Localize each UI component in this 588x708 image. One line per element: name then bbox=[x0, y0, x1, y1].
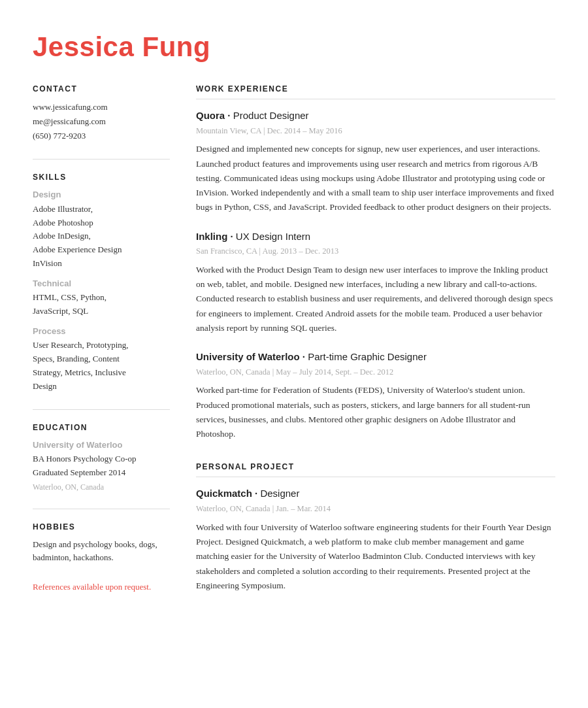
job-uw: University of Waterloo · Part-time Graph… bbox=[196, 350, 555, 441]
skills-section: SKILLS Design Adobe Illustrator,Adobe Ph… bbox=[33, 171, 170, 393]
hobbies-section: HOBBIES Design and psychology books, dog… bbox=[33, 521, 170, 565]
resume-page: Jessica Fung CONTACT www.jessicafung.com… bbox=[0, 0, 588, 708]
personal-project-title: PERSONAL PROJECT bbox=[196, 461, 555, 477]
project-quickmatch-location: Waterloo, ON, Canada bbox=[196, 504, 270, 513]
skills-title: SKILLS bbox=[33, 171, 170, 183]
project-quickmatch-role: Designer bbox=[260, 488, 299, 499]
job-uw-location: Waterloo, ON, Canada bbox=[196, 367, 270, 377]
contact-title: CONTACT bbox=[33, 83, 170, 95]
job-uw-desc: Worked part-time for Federation of Stude… bbox=[196, 383, 555, 441]
job-quora: Quora · Product Designer Mountain View, … bbox=[196, 109, 555, 215]
work-experience-title: WORK EXPERIENCE bbox=[196, 83, 555, 99]
job-quora-desc: Designed and implemented new concepts fo… bbox=[196, 142, 555, 214]
job-uw-meta: Waterloo, ON, Canada | May – July 2014, … bbox=[196, 366, 555, 379]
job-uw-role: Part-time Graphic Designer bbox=[308, 351, 427, 362]
project-quickmatch-desc: Worked with four University of Waterloo … bbox=[196, 520, 555, 593]
job-quora-location: Mountain View, CA bbox=[196, 126, 261, 135]
sidebar: CONTACT www.jessicafung.com me@jessicafu… bbox=[33, 83, 170, 613]
contact-email: me@jessicafung.com bbox=[33, 114, 170, 129]
job-quora-separator: · bbox=[227, 110, 233, 121]
job-uw-company: University of Waterloo bbox=[196, 351, 300, 362]
resume-name: Jessica Fung bbox=[33, 26, 555, 67]
education-title: EDUCATION bbox=[33, 422, 170, 433]
job-inkling-role: UX Design Intern bbox=[236, 231, 310, 242]
job-inkling-separator: · bbox=[231, 231, 236, 242]
job-quora-title: Quora · Product Designer bbox=[196, 109, 555, 124]
contact-section: CONTACT www.jessicafung.com me@jessicafu… bbox=[33, 83, 170, 143]
job-quora-meta: Mountain View, CA | Dec. 2014 – May 2016 bbox=[196, 125, 555, 137]
work-experience-section: WORK EXPERIENCE Quora · Product Designer… bbox=[196, 83, 555, 441]
personal-project-section: PERSONAL PROJECT Quickmatch · Designer W… bbox=[196, 461, 555, 593]
skill-process-label: Process bbox=[33, 325, 170, 338]
skill-technical: Technical HTML, CSS, Python,JavaScript, … bbox=[33, 277, 170, 318]
job-inkling-company: Inkling bbox=[196, 231, 227, 242]
job-uw-separator: · bbox=[302, 351, 308, 362]
contact-phone: (650) 772-9203 bbox=[33, 129, 170, 143]
edu-location: Waterloo, ON, Canada bbox=[33, 481, 170, 493]
job-inkling-title: Inkling · UX Design Intern bbox=[196, 229, 555, 244]
skill-technical-label: Technical bbox=[33, 277, 170, 290]
contact-website: www.jessicafung.com bbox=[33, 100, 170, 114]
project-quickmatch-title: Quickmatch · Designer bbox=[196, 486, 555, 501]
project-quickmatch-meta: Waterloo, ON, Canada | Jan. – Mar. 2014 bbox=[196, 503, 555, 515]
education-section: EDUCATION University of Waterloo BA Hono… bbox=[33, 422, 170, 493]
job-inkling: Inkling · UX Design Intern San Francisco… bbox=[196, 229, 555, 336]
skill-design-label: Design bbox=[33, 188, 170, 201]
skill-technical-items: HTML, CSS, Python,JavaScript, SQL bbox=[33, 291, 170, 318]
edu-school: University of Waterloo bbox=[33, 439, 170, 452]
job-quora-dates: Dec. 2014 – May 2016 bbox=[267, 126, 342, 135]
job-inkling-location: San Francisco, CA bbox=[196, 246, 257, 256]
job-quora-role: Product Designer bbox=[233, 110, 309, 121]
skill-design: Design Adobe Illustrator,Adobe Photoshop… bbox=[33, 188, 170, 270]
hobbies-text: Design and psychology books, dogs, badmi… bbox=[33, 538, 170, 565]
references-text: References available upon request. bbox=[33, 581, 170, 594]
divider-1 bbox=[33, 159, 170, 160]
main-content: WORK EXPERIENCE Quora · Product Designer… bbox=[196, 83, 555, 613]
divider-2 bbox=[33, 409, 170, 410]
skill-process: Process User Research, Prototyping,Specs… bbox=[33, 325, 170, 394]
divider-3 bbox=[33, 509, 170, 509]
hobbies-title: HOBBIES bbox=[33, 521, 170, 533]
project-quickmatch-dates: Jan. – Mar. 2014 bbox=[276, 504, 331, 513]
edu-graduated: Graduated September 2014 bbox=[33, 466, 170, 480]
skill-design-items: Adobe Illustrator,Adobe PhotoshopAdobe I… bbox=[33, 203, 170, 271]
job-uw-title: University of Waterloo · Part-time Graph… bbox=[196, 350, 555, 365]
job-quora-company: Quora bbox=[196, 110, 225, 121]
project-quickmatch-company: Quickmatch bbox=[196, 488, 252, 499]
project-quickmatch: Quickmatch · Designer Waterloo, ON, Cana… bbox=[196, 486, 555, 593]
main-layout: CONTACT www.jessicafung.com me@jessicafu… bbox=[33, 83, 555, 613]
job-inkling-dates: Aug. 2013 – Dec. 2013 bbox=[262, 246, 338, 256]
job-inkling-meta: San Francisco, CA | Aug. 2013 – Dec. 201… bbox=[196, 245, 555, 258]
job-uw-dates: May – July 2014, Sept. – Dec. 2012 bbox=[276, 367, 393, 377]
edu-degree: BA Honors Psychology Co-op bbox=[33, 452, 170, 466]
job-inkling-desc: Worked with the Product Design Team to d… bbox=[196, 263, 555, 335]
skill-process-items: User Research, Prototyping,Specs, Brandi… bbox=[33, 339, 170, 393]
